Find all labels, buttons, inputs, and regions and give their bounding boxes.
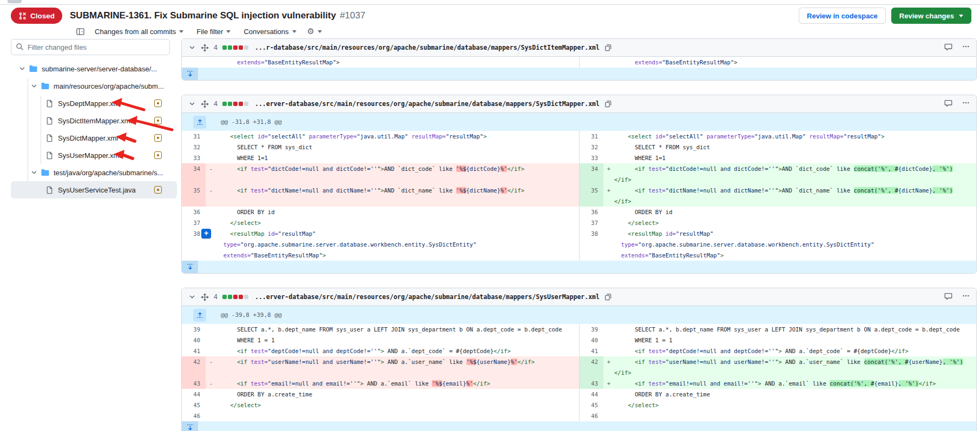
code-line[interactable]: ORDER BY a.create_time xyxy=(216,389,579,400)
expand-down-icon[interactable] xyxy=(187,424,194,431)
line-number[interactable]: 35 xyxy=(182,185,206,207)
line-number[interactable]: 42 xyxy=(580,356,603,378)
code-line[interactable]: <if test="email!=null and email!=''"> AN… xyxy=(614,378,976,389)
folder-toggle[interactable] xyxy=(18,65,26,72)
code-line[interactable]: SELECT a.*, b.dept_name FROM sys_user a … xyxy=(614,324,976,335)
review-in-codespace-button[interactable]: Review in codespace xyxy=(799,8,886,24)
tree-folder-submarine-server-server-database-[interactable]: submarine-server/server-database/... xyxy=(11,60,177,77)
expand-hunk-button[interactable] xyxy=(193,116,206,129)
comment-button[interactable] xyxy=(944,43,952,53)
code-line[interactable]: ORDER BY id xyxy=(614,207,976,217)
code-line[interactable]: <if test="userName!=null and userName!='… xyxy=(216,356,579,378)
line-number[interactable]: 32 xyxy=(182,142,206,152)
line-number[interactable]: 43 xyxy=(182,378,206,389)
collapse-file-button[interactable] xyxy=(188,293,196,301)
tree-file-sysusermapper-xml[interactable]: SysUserMapper.xml xyxy=(11,147,177,164)
line-number[interactable]: 44 xyxy=(182,389,206,400)
expand-down-icon[interactable] xyxy=(187,263,194,270)
line-number[interactable]: 39 xyxy=(182,324,206,335)
code-line[interactable]: extends="BaseEntityResultMap"> xyxy=(614,57,976,68)
file-path[interactable]: ...r-database/src/main/resources/org/apa… xyxy=(255,44,600,51)
diff-settings-menu[interactable]: ⚙ xyxy=(307,26,322,36)
line-number[interactable] xyxy=(182,57,206,68)
expand-hunk-button[interactable] xyxy=(193,309,206,322)
code-line[interactable]: <select id="selectAll" parameterType="ja… xyxy=(216,131,579,142)
code-line[interactable]: WHERE 1=1 xyxy=(216,152,579,163)
tree-file-sysdictmapper-xml[interactable]: SysDictMapper.xml xyxy=(11,129,177,147)
copy-path-button[interactable] xyxy=(604,44,612,51)
collapse-file-button[interactable] xyxy=(188,100,196,108)
copy-path-icon[interactable] xyxy=(604,293,612,301)
code-line[interactable]: <resultMap id="resultMap" type="org.apac… xyxy=(216,228,579,261)
line-number[interactable]: 42 xyxy=(182,356,206,378)
line-number[interactable]: 36 xyxy=(580,207,603,217)
code-line[interactable]: <if test="deptCode!=null and deptCode!='… xyxy=(614,346,976,356)
file-options-kebab-button[interactable] xyxy=(962,292,970,302)
line-number[interactable]: 34 xyxy=(182,163,206,185)
drag-handle-icon[interactable] xyxy=(201,100,209,108)
line-number[interactable]: 45 xyxy=(580,400,603,410)
code-line[interactable]: <if test="dictCode!=null and dictCode!='… xyxy=(614,163,976,185)
tree-folder-test-java-org-apache-submarine-s-[interactable]: test/java/org/apache/submarine/s... xyxy=(11,164,177,181)
folder-toggle[interactable] xyxy=(30,169,38,176)
add-comment-plus-button[interactable]: + xyxy=(201,229,211,238)
conversations-menu[interactable]: Conversations xyxy=(244,28,296,36)
line-number[interactable]: 40 xyxy=(182,335,206,346)
line-number[interactable]: 33 xyxy=(580,152,603,163)
code-line[interactable]: <if test="deptCode!=null and deptCode!='… xyxy=(216,346,579,356)
viewed-marker-icon[interactable] xyxy=(154,186,162,194)
chevron-down-icon[interactable] xyxy=(30,82,38,90)
drag-handle[interactable] xyxy=(201,44,209,52)
line-number[interactable]: 41 xyxy=(580,346,603,356)
code-line[interactable]: WHERE 1=1 xyxy=(614,152,976,163)
comment-icon[interactable] xyxy=(944,99,952,107)
line-number[interactable]: 40 xyxy=(580,335,603,346)
line-number[interactable]: 33 xyxy=(182,152,206,163)
drag-handle[interactable] xyxy=(201,100,209,108)
viewed-marker-icon[interactable] xyxy=(154,134,162,142)
tree-folder-main-resources-org-apache-subm-[interactable]: main/resources/org/apache/subm... xyxy=(11,77,177,95)
file-path[interactable]: ...erver-database/src/main/resources/org… xyxy=(255,100,600,108)
line-number[interactable]: 46 xyxy=(580,410,603,421)
code-line[interactable]: <if test="dictName!=null and dictName!='… xyxy=(216,185,579,207)
line-number[interactable]: 35 xyxy=(580,185,603,207)
kebab-icon[interactable] xyxy=(962,292,970,300)
line-number[interactable]: 41 xyxy=(182,346,206,356)
line-number[interactable]: 37 xyxy=(580,217,603,228)
expand-down-button[interactable] xyxy=(182,261,198,273)
code-line[interactable]: <resultMap id="resultMap" type="org.apac… xyxy=(614,228,976,261)
code-line[interactable]: </select> xyxy=(216,400,579,410)
line-number[interactable]: 36 xyxy=(182,207,206,217)
tree-file-sysdictitemmapper-xml[interactable]: SysDictItemMapper.xml xyxy=(11,112,177,129)
drag-handle-icon[interactable] xyxy=(201,293,209,301)
file-path[interactable]: ...erver-database/src/main/resources/org… xyxy=(255,293,600,301)
kebab-icon[interactable] xyxy=(962,43,970,50)
chevron-down-icon[interactable] xyxy=(18,65,26,72)
code-line[interactable]: WHERE 1 = 1 xyxy=(216,335,579,346)
chevron-down-icon[interactable] xyxy=(30,169,38,176)
code-line[interactable]: extends="BaseEntityResultMap"> xyxy=(216,57,579,68)
code-line[interactable]: </select> xyxy=(614,400,976,410)
viewed-marker-icon[interactable] xyxy=(154,100,162,107)
expand-down-button[interactable] xyxy=(182,421,198,431)
code-line[interactable]: SELECT * FROM sys_dict xyxy=(614,142,976,152)
expand-up-icon[interactable] xyxy=(196,311,203,319)
comment-icon[interactable] xyxy=(944,43,952,51)
tree-file-sysdeptmapper-xml[interactable]: SysDeptMapper.xml xyxy=(11,95,177,112)
code-line[interactable]: SELECT * FROM sys_dict xyxy=(216,142,579,152)
line-number[interactable]: 31 xyxy=(182,131,206,142)
code-line[interactable]: <if test="dictName!=null and dictName!='… xyxy=(614,185,976,207)
comment-button[interactable] xyxy=(944,99,952,109)
line-number[interactable]: 38 xyxy=(580,228,603,261)
copy-path-icon[interactable] xyxy=(604,44,612,51)
viewed-marker-icon[interactable] xyxy=(154,117,162,124)
code-line[interactable]: </select> xyxy=(614,217,976,228)
code-line[interactable]: <select id="selectAll" parameterType="ja… xyxy=(614,131,976,142)
code-line[interactable]: WHERE 1 = 1 xyxy=(614,335,976,346)
expand-down-icon[interactable] xyxy=(187,70,194,77)
line-number[interactable]: 44 xyxy=(580,389,603,400)
line-number[interactable]: 39 xyxy=(580,324,603,335)
code-line[interactable]: ORDER BY id xyxy=(216,207,579,217)
kebab-icon[interactable] xyxy=(962,99,970,107)
copy-path-button[interactable] xyxy=(604,293,612,301)
